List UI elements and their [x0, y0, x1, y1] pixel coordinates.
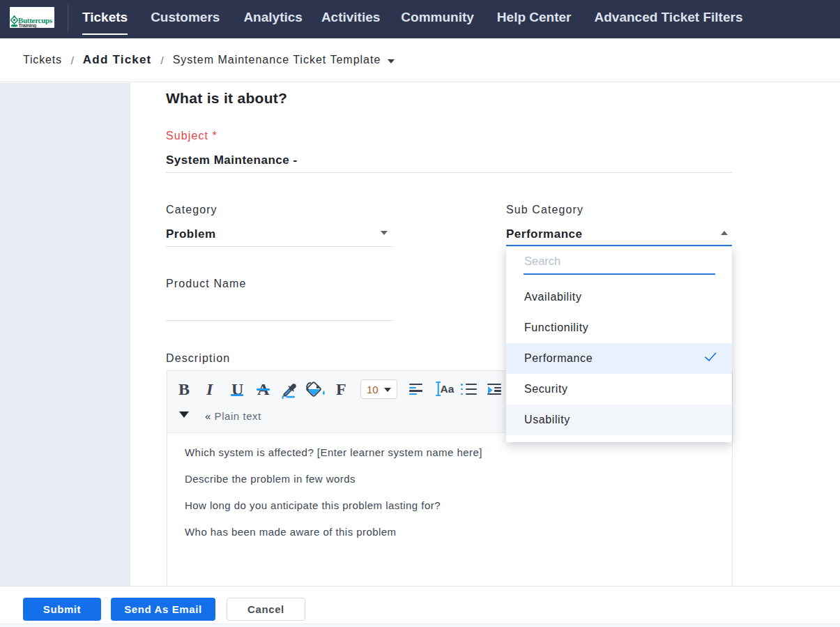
svg-text:Aa: Aa: [441, 383, 455, 395]
